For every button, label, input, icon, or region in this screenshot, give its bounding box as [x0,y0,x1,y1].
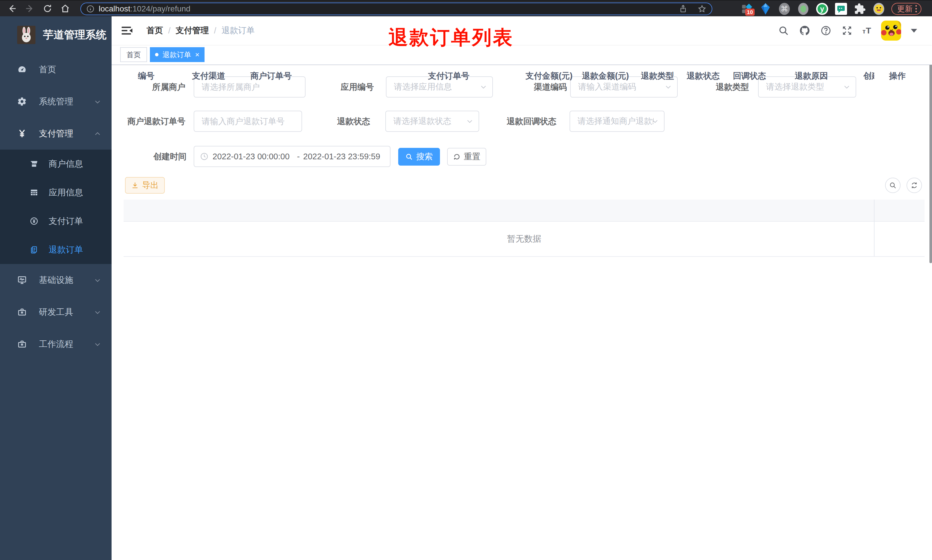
browser-forward-icon[interactable] [25,3,35,14]
merchant-refund-no-input-box[interactable] [194,111,302,132]
tag-refund-order[interactable]: 退款订单 × [150,47,205,62]
ext-emoji-icon[interactable] [872,3,885,15]
reset-button[interactable]: 重置 [447,148,486,166]
tag-home[interactable]: 首页 [120,47,147,62]
tag-close-icon[interactable]: × [195,51,199,58]
search-icon [889,182,897,189]
browser-back-icon[interactable] [7,3,17,14]
filter-label-app: 应用编号 [341,76,373,97]
browser-toolbar: localhost:1024/pay/refund 10 ⌘ y [0,0,932,16]
sidebar-item-dev-tools[interactable]: 研发工具 [0,296,112,328]
tag-label: 首页 [126,50,141,60]
yen-circle-icon [30,217,38,225]
ext-y-icon[interactable]: y [816,3,829,15]
sidebar-item-pay-order[interactable]: 支付订单 [0,207,112,235]
browser-menu-icon[interactable] [915,5,917,12]
font-size-icon[interactable]: тT [863,26,871,35]
screen: localhost:1024/pay/refund 10 ⌘ y [0,0,932,560]
search-icon [405,153,413,160]
shop-icon [30,160,38,168]
breadcrumb-home[interactable]: 首页 [146,25,163,36]
yen-icon [17,129,27,138]
update-label: 更新 [897,4,912,14]
search-button[interactable]: 搜索 [398,148,440,166]
sidebar-item-label: 首页 [39,64,101,75]
table-empty-text: 暂无数据 [124,222,924,256]
sidebar-item-app-info[interactable]: 应用信息 [0,178,112,207]
sidebar-item-label: 系统管理 [39,96,94,108]
fullscreen-icon[interactable] [841,25,853,36]
chevron-down-icon [94,98,101,105]
sidebar-item-payment[interactable]: 支付管理 [0,118,112,149]
chevron-down-icon [480,83,487,91]
sidebar-item-refund-order[interactable]: 退款订单 [0,235,112,264]
ext-command-icon[interactable]: ⌘ [778,3,791,15]
breadcrumb-section[interactable]: 支付管理 [175,25,209,36]
caret-down-icon[interactable] [911,29,917,32]
merchant-refund-no-input[interactable] [194,111,301,131]
sidebar-item-home[interactable]: 首页 [0,54,112,86]
sidebar-item-merchant-info[interactable]: 商户信息 [0,149,112,178]
ext-puzzle-icon[interactable] [854,3,866,15]
chevron-down-icon [843,83,850,91]
filter-label-refund-status: 退款状态 [337,111,370,132]
tag-active-dot [155,53,158,56]
share-icon[interactable] [678,4,688,14]
top-navbar: 首页 / 支付管理 / 退款订单 тT [112,16,932,45]
refresh-table-button[interactable] [907,178,922,193]
sidebar-fold-icon[interactable] [121,25,133,36]
table-header-cell: 退款状态 [687,65,720,87]
breadcrumb-separator: / [168,26,171,35]
logo-rabbit-image [17,26,35,44]
chevron-down-icon [94,308,101,316]
browser-reload-icon[interactable] [42,3,52,14]
show-search-toggle-button[interactable] [885,178,901,193]
breadcrumb: 首页 / 支付管理 / 退款订单 [146,25,255,36]
table-header-cell: 支付金额(元) [526,65,572,87]
bookmark-star-icon[interactable] [697,4,707,14]
sidebar-item-infrastructure[interactable]: 基础设施 [0,264,112,296]
sidebar-logo[interactable]: 芋道管理系统 [0,16,112,54]
scrollbar[interactable] [929,46,932,263]
navbar-actions: тT [778,21,932,41]
site-info-icon[interactable] [86,5,95,13]
github-icon[interactable] [799,25,811,36]
ext-recorder-icon[interactable] [797,3,810,15]
chevron-down-icon [94,276,101,284]
sidebar-item-label: 商户信息 [49,158,83,170]
app-title: 芋道管理系统 [43,28,106,42]
sidebar-item-label: 应用信息 [49,187,83,198]
browser-update-button[interactable]: 更新 [891,3,921,15]
avatar[interactable] [881,21,901,41]
table-header-cell: 商户订单号 [250,65,292,87]
create-time-range-picker[interactable]: 2022-01-23 00:00:00 - 2022-01-23 23:59:5… [194,146,391,167]
extensions-strip: 10 ⌘ y 更新 [740,1,921,17]
chevron-up-icon [94,130,101,137]
sidebar-item-label: 研发工具 [39,306,94,318]
refund-status-select[interactable]: 请选择退款状态 [385,111,479,132]
select-placeholder: 请选择退款状态 [386,115,478,127]
page-annotation: 退款订单列表 [389,25,514,51]
select-placeholder: 请选择通知商户退款结果的 [570,115,654,127]
ext-chat-icon[interactable] [835,3,847,15]
notify-status-select[interactable]: 请选择通知商户退款结果的 [569,111,664,132]
ext-bookmarks-icon[interactable]: 10 [740,3,753,15]
date-range-end[interactable]: 2022-01-23 23:59:59 [303,152,384,161]
search-icon[interactable] [778,25,789,36]
ext-gem-icon[interactable] [759,3,772,15]
help-icon[interactable] [820,25,832,36]
sidebar-item-system[interactable]: 系统管理 [0,86,112,118]
export-button[interactable]: 导出 [125,177,165,194]
url-bar[interactable]: localhost:1024/pay/refund [80,3,712,15]
table-header-cell: 编号 [138,65,154,87]
table-header-cell: 退款金额(元) [582,65,629,87]
table-header-cell: 回调状态 [733,65,766,87]
browser-home-icon[interactable] [60,3,71,14]
date-range-start[interactable]: 2022-01-23 00:00:00 [212,152,294,161]
monitor-icon [17,275,27,285]
clock-icon [200,152,209,161]
refresh-icon [910,182,918,189]
sidebar-item-workflow[interactable]: 工作流程 [0,328,112,360]
ext-badge: 10 [745,9,755,16]
gear-icon [17,97,27,106]
